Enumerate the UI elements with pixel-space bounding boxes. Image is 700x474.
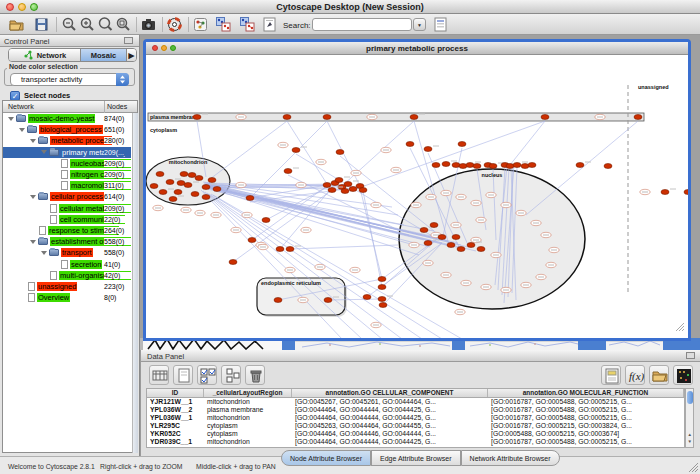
node[interactable] [378,277,386,282]
save-icon[interactable] [33,16,50,33]
node[interactable] [193,115,201,120]
column-header[interactable]: annotation.GO MOLECULAR_FUNCTION [488,389,684,397]
node[interactable] [324,298,332,303]
tree-row[interactable]: cell communication22(0) [3,214,131,225]
tree-row[interactable]: establishment of localization558(0) [3,236,131,247]
column-header[interactable]: ID [147,389,204,397]
tree-row[interactable]: secretion41(0) [3,258,131,269]
node[interactable] [447,243,455,248]
network-canvas[interactable]: plasma membranecytoplasmmitochondrionnuc… [146,55,688,338]
tab-network-attribute-browser[interactable]: Network Attribute Browser [461,450,560,466]
data-panel-float-icon[interactable] [686,352,695,359]
node[interactable] [213,187,221,192]
node[interactable] [363,295,371,300]
node[interactable] [246,196,254,201]
table-row[interactable]: YPL036W__1mitochondrion[GO:0044464, GO:0… [147,414,684,422]
tab-node-attribute-browser[interactable]: Node Attribute Browser [281,450,371,466]
attribute-matrix-icon[interactable] [673,365,693,385]
tree-row[interactable]: biological_process651(0) [3,124,131,135]
node[interactable] [349,187,357,192]
node[interactable] [477,247,485,252]
network-view-titlebar[interactable]: primary metabolic process [146,42,688,55]
tree-row[interactable]: cellular process614(0) [3,191,131,202]
search-input[interactable] [312,18,412,31]
node[interactable] [169,197,177,202]
node[interactable] [188,173,196,178]
table-scrollbar[interactable]: ▲ ▼ [685,388,694,448]
attribute-editor-icon[interactable] [149,365,169,385]
layout-a-icon[interactable] [215,16,232,33]
node[interactable] [292,148,300,153]
node[interactable] [458,142,466,147]
tree-row[interactable]: multi-organism process42(0) [3,270,131,281]
new-attribute-icon[interactable] [173,365,193,385]
vizmapper-icon[interactable] [192,16,209,33]
node[interactable] [341,189,349,194]
expand-arrow-icon[interactable] [19,128,25,132]
tree-row-label[interactable]: mosaic-demo-yeast [28,114,95,123]
select-nodes-checkbox[interactable]: ✓ [10,91,20,101]
node[interactable] [452,235,460,240]
expand-arrow-icon[interactable] [30,240,36,244]
node[interactable] [283,115,291,120]
expand-arrow-icon[interactable] [8,117,14,121]
tree-row-label[interactable]: biological_process [39,125,103,134]
node[interactable] [467,243,475,248]
tree-row[interactable]: transport558(0) [3,247,131,258]
node[interactable] [323,183,331,188]
tree-row-label[interactable]: Overview [37,293,70,302]
tree-row[interactable]: response to stimulus264(0) [3,225,131,236]
expand-arrow-icon[interactable] [41,150,47,154]
table-row[interactable]: YLR295Ccytoplasm[GO:0045263, GO:0044464,… [147,422,684,430]
tree-row-label[interactable]: cellular process [50,192,104,201]
node[interactable] [489,164,497,169]
table-row[interactable]: YDR039C__1mitochondrion[GO:0044464, GO:0… [147,438,684,446]
node[interactable] [424,241,432,246]
tree-scrollbar[interactable] [132,113,138,453]
node[interactable] [528,163,536,168]
node[interactable] [195,176,203,181]
node[interactable] [328,188,336,193]
import-attributes-icon[interactable] [601,365,621,385]
tree-row-label[interactable]: transport [61,248,93,257]
node[interactable] [406,142,414,147]
tree-row[interactable]: nucleobase-containing compound209(0) [3,158,131,169]
tree-row[interactable]: macromolecule metabolic311(0) [3,180,131,191]
tree-row-label[interactable]: unassigned [37,282,77,291]
tree-row-label[interactable]: secretion [70,260,102,269]
layout-b-icon[interactable] [239,16,256,33]
zoom-selected-icon[interactable] [97,16,114,33]
column-header[interactable]: _cellularLayoutRegion [204,389,292,397]
node[interactable] [684,190,688,195]
node[interactable] [150,184,158,189]
node[interactable] [323,115,331,120]
node[interactable] [180,172,188,177]
snapshot-icon[interactable] [140,16,157,33]
node[interactable] [156,172,164,177]
node[interactable] [284,169,292,174]
help-icon[interactable] [166,16,183,33]
search-dropdown-arrow[interactable]: ▼ [413,18,426,31]
node[interactable] [229,260,237,265]
node[interactable] [604,164,612,169]
expand-arrow-icon[interactable] [30,139,36,143]
tree-row[interactable]: Overview8(0) [3,292,131,303]
node[interactable] [541,115,549,120]
node[interactable] [262,218,270,223]
node[interactable] [576,163,584,168]
node[interactable] [410,115,418,120]
node[interactable] [274,298,282,303]
tree-row[interactable]: cellular metabolic process209(0) [3,203,131,214]
annotation-icon[interactable] [261,16,278,33]
node[interactable] [202,185,210,190]
node[interactable] [276,247,284,252]
node[interactable] [634,115,642,120]
tabs-overflow-arrow[interactable]: ▶ [127,49,136,61]
node[interactable] [191,192,199,197]
node[interactable] [344,182,352,187]
node[interactable] [432,163,440,168]
node[interactable] [286,247,294,252]
column-header[interactable]: annotation.GO CELLULAR_COMPONENT [292,389,488,397]
node[interactable] [473,164,481,169]
node[interactable] [359,188,367,193]
